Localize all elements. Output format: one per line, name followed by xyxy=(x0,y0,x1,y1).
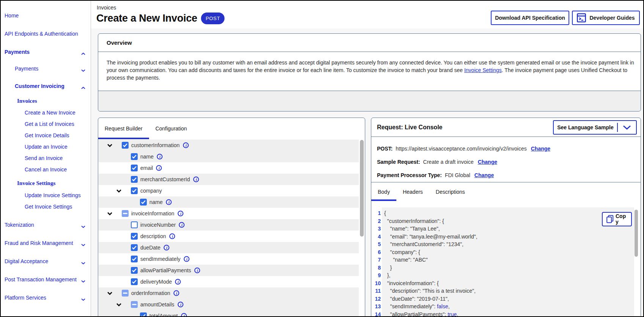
builder-scrollbar[interactable] xyxy=(360,140,364,237)
code-line-3: "name": "Tanya Lee", xyxy=(384,225,634,233)
checkbox-customerInformation[interactable] xyxy=(122,142,129,149)
sidebar-item-label: Digital Acceptance xyxy=(5,258,48,264)
sidebar-item-customer-invoicing[interactable]: Customer Invoicing xyxy=(1,83,91,89)
meta-value: https://apitest.visaacceptance.com/invoi… xyxy=(396,146,527,152)
sidebar-item-digital-acceptance[interactable]: Digital Acceptance xyxy=(1,258,91,264)
sidebar-item-invoice-settings[interactable]: Invoice Settings xyxy=(1,180,91,187)
chevron-down-icon xyxy=(81,242,86,248)
info-icon[interactable]: i xyxy=(177,210,184,217)
tree-label: orderInformation xyxy=(131,290,170,296)
checkbox-amountDetails[interactable] xyxy=(131,301,138,308)
sidebar: HomeAPI Endpoints & AuthenticationPaymen… xyxy=(1,1,91,316)
checkbox-dueDate[interactable] xyxy=(131,244,138,251)
meta-row-sample-request-: Sample Request:Create a draft invoiceCha… xyxy=(377,158,641,166)
terminal-icon xyxy=(577,13,586,23)
expand-arrow-icon[interactable] xyxy=(107,212,113,215)
checkbox-allowPartialPayments[interactable] xyxy=(131,267,138,274)
sidebar-item-label: Payments xyxy=(5,49,30,55)
overview-footer-strip xyxy=(98,91,641,111)
expand-arrow-icon[interactable] xyxy=(116,189,122,193)
checkbox-totalAmount[interactable] xyxy=(140,312,147,316)
info-icon[interactable]: i xyxy=(163,245,170,251)
tree-row-deliveryMode: deliveryModei xyxy=(99,276,359,287)
checkbox-invoiceNumber[interactable] xyxy=(131,221,138,228)
info-icon[interactable]: i xyxy=(194,267,200,273)
checkbox-sendImmediately[interactable] xyxy=(131,256,138,262)
sidebar-item-invoices[interactable]: Invoices xyxy=(1,98,91,104)
checkbox-email[interactable] xyxy=(131,165,138,171)
code-line-11: "description": "This is a test invoice", xyxy=(384,287,634,295)
change-link[interactable]: Change xyxy=(478,159,497,165)
info-icon[interactable]: i xyxy=(157,154,163,160)
expand-arrow-icon[interactable] xyxy=(107,292,113,295)
sidebar-item-fraud-and-risk-management[interactable]: Fraud and Risk Management xyxy=(1,240,91,246)
copy-icon xyxy=(606,215,614,224)
tab-configuration[interactable]: Configuration xyxy=(149,118,193,139)
overview-panel: Overview The invoicing product enables y… xyxy=(98,33,641,111)
info-icon[interactable]: i xyxy=(184,256,190,262)
info-icon[interactable]: i xyxy=(173,290,179,296)
info-icon[interactable]: i xyxy=(193,176,199,182)
sidebar-item-label: Send an Invoice xyxy=(25,155,63,161)
sidebar-item-label: Fraud and Risk Management xyxy=(5,240,73,246)
see-language-sample-button[interactable]: See Language Sample xyxy=(553,120,637,135)
checkbox-orderInformation[interactable] xyxy=(122,290,129,297)
sidebar-item-payments[interactable]: Payments xyxy=(1,49,91,55)
svg-text:i: i xyxy=(181,223,182,227)
sidebar-item-get-invoice-details[interactable]: Get Invoice Details xyxy=(1,132,91,138)
checkbox-merchantCustomerId[interactable] xyxy=(131,176,138,183)
sidebar-item-platform-services[interactable]: Platform Services xyxy=(1,295,91,301)
invoice-settings-link[interactable]: Invoice Settings xyxy=(464,67,502,73)
tab-request-builder[interactable]: Request Builder xyxy=(98,118,149,139)
sidebar-item-cancel-an-invoice[interactable]: Cancel an Invoice xyxy=(1,166,91,173)
expand-arrow-icon[interactable] xyxy=(107,144,113,147)
code-line-9: }, xyxy=(384,271,634,279)
tree-label: company xyxy=(140,188,162,194)
tree-label: amountDetails xyxy=(140,301,174,308)
expand-arrow-icon[interactable] xyxy=(116,303,122,306)
checkbox-description[interactable] xyxy=(131,233,138,240)
meta-label: POST: xyxy=(377,146,393,152)
sidebar-item-send-an-invoice[interactable]: Send an Invoice xyxy=(1,155,91,161)
sidebar-item-post-transaction-management[interactable]: Post Transaction Management xyxy=(1,276,91,282)
info-icon[interactable]: i xyxy=(177,301,184,308)
console-meta: POST:https://apitest.visaacceptance.com/… xyxy=(371,137,641,182)
sidebar-item-create-a-new-invoice[interactable]: Create a New Invoice xyxy=(1,110,91,116)
info-icon[interactable]: i xyxy=(175,279,181,285)
info-icon[interactable]: i xyxy=(166,199,172,205)
svg-text:i: i xyxy=(176,291,177,295)
tab-body[interactable]: Body xyxy=(371,182,396,201)
chevron-down-icon xyxy=(81,296,86,302)
info-icon[interactable]: i xyxy=(179,222,185,228)
sidebar-item-get-invoice-settings[interactable]: Get Invoice Settings xyxy=(1,204,91,210)
sidebar-item-update-invoice-settings[interactable]: Update Invoice Settings xyxy=(1,192,91,198)
sidebar-item-api-endpoints-authentication[interactable]: API Endpoints & Authentication xyxy=(1,31,91,37)
developer-guides-button[interactable]: Developer Guides xyxy=(572,11,640,25)
copy-button[interactable]: Copy xyxy=(602,212,632,226)
tab-descriptions[interactable]: Descriptions xyxy=(429,182,471,201)
meta-label: Payment Processor Type: xyxy=(377,172,442,178)
info-icon[interactable]: i xyxy=(183,142,189,148)
change-link[interactable]: Change xyxy=(474,172,494,178)
info-icon[interactable]: i xyxy=(156,165,162,171)
checkbox-name[interactable] xyxy=(140,199,147,206)
console-title: Request: Live Console xyxy=(377,124,442,131)
info-icon[interactable]: i xyxy=(181,313,187,316)
code-line-5: "merchantCustomerId": "1234", xyxy=(384,240,634,248)
tab-headers[interactable]: Headers xyxy=(396,182,429,201)
checkbox-invoiceInformation[interactable] xyxy=(122,210,129,217)
info-icon[interactable]: i xyxy=(169,233,175,239)
console-scrollbar[interactable] xyxy=(635,210,638,257)
sidebar-item-payments[interactable]: Payments xyxy=(1,66,91,72)
change-link[interactable]: Change xyxy=(531,146,550,152)
checkbox-company[interactable] xyxy=(131,187,138,194)
checkbox-deliveryMode[interactable] xyxy=(131,278,138,285)
checkbox-name[interactable] xyxy=(131,153,138,160)
sidebar-item-home[interactable]: Home xyxy=(1,13,91,19)
sidebar-item-update-an-invoice[interactable]: Update an Invoice xyxy=(1,144,91,150)
sidebar-item-tokenization[interactable]: Tokenization xyxy=(1,222,91,228)
tree-row-email: emaili xyxy=(99,162,359,174)
sidebar-item-get-a-list-of-invoices[interactable]: Get a List of Invoices xyxy=(1,121,91,127)
tree-row-merchantCustomerId: merchantCustomerIdi xyxy=(99,174,359,185)
download-api-spec-button[interactable]: Download API Specification xyxy=(491,11,569,25)
